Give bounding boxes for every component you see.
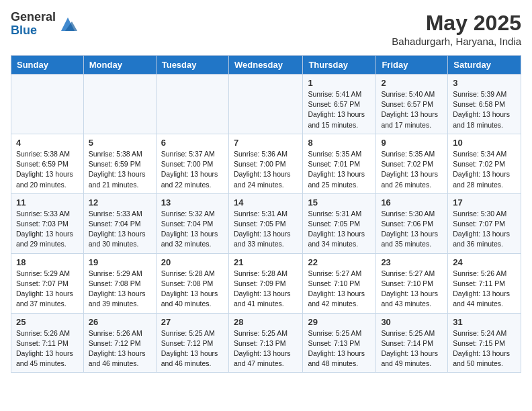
day-detail: Sunrise: 5:32 AM Sunset: 7:04 PM Dayligh…: [161, 209, 224, 250]
day-detail: Sunrise: 5:36 AM Sunset: 7:00 PM Dayligh…: [234, 149, 298, 190]
week-row-1: 1Sunrise: 5:41 AM Sunset: 6:57 PM Daylig…: [11, 75, 521, 134]
day-cell: 1Sunrise: 5:41 AM Sunset: 6:57 PM Daylig…: [303, 75, 376, 134]
day-detail: Sunrise: 5:26 AM Sunset: 7:11 PM Dayligh…: [453, 269, 516, 310]
day-number: 30: [381, 317, 443, 327]
day-detail: Sunrise: 5:40 AM Sunset: 6:57 PM Dayligh…: [381, 89, 443, 130]
week-row-4: 18Sunrise: 5:29 AM Sunset: 7:07 PM Dayli…: [11, 253, 521, 313]
day-cell: 26Sunrise: 5:26 AM Sunset: 7:12 PM Dayli…: [83, 313, 156, 373]
day-cell: 24Sunrise: 5:26 AM Sunset: 7:11 PM Dayli…: [448, 253, 521, 313]
column-header-thursday: Thursday: [303, 56, 376, 75]
page-header: General Blue May 2025 Bahadurgarh, Harya…: [11, 11, 521, 47]
day-number: 1: [308, 78, 371, 88]
day-cell: 22Sunrise: 5:27 AM Sunset: 7:10 PM Dayli…: [303, 253, 376, 313]
day-number: 7: [234, 138, 298, 148]
day-cell: 27Sunrise: 5:25 AM Sunset: 7:12 PM Dayli…: [156, 313, 228, 373]
day-detail: Sunrise: 5:25 AM Sunset: 7:13 PM Dayligh…: [308, 328, 371, 369]
title-block: May 2025 Bahadurgarh, Haryana, India: [392, 11, 521, 47]
day-cell: [228, 75, 302, 134]
day-cell: 10Sunrise: 5:34 AM Sunset: 7:02 PM Dayli…: [448, 134, 521, 193]
day-number: 13: [161, 197, 224, 208]
day-cell: 29Sunrise: 5:25 AM Sunset: 7:13 PM Dayli…: [303, 313, 376, 373]
column-header-sunday: Sunday: [11, 56, 84, 75]
day-cell: 3Sunrise: 5:39 AM Sunset: 6:58 PM Daylig…: [448, 75, 521, 134]
day-cell: 18Sunrise: 5:29 AM Sunset: 7:07 PM Dayli…: [11, 253, 84, 313]
day-cell: 11Sunrise: 5:33 AM Sunset: 7:03 PM Dayli…: [11, 193, 84, 253]
day-cell: [11, 75, 84, 134]
logo: General Blue: [11, 11, 77, 38]
column-header-monday: Monday: [83, 56, 156, 75]
day-detail: Sunrise: 5:28 AM Sunset: 7:09 PM Dayligh…: [234, 269, 298, 310]
day-cell: 25Sunrise: 5:26 AM Sunset: 7:11 PM Dayli…: [11, 313, 84, 373]
day-number: 5: [89, 138, 151, 148]
day-detail: Sunrise: 5:30 AM Sunset: 7:07 PM Dayligh…: [453, 209, 516, 250]
day-cell: 9Sunrise: 5:35 AM Sunset: 7:02 PM Daylig…: [376, 134, 448, 193]
day-detail: Sunrise: 5:35 AM Sunset: 7:01 PM Dayligh…: [308, 149, 371, 190]
day-number: 14: [234, 197, 298, 208]
day-number: 4: [16, 138, 79, 148]
day-detail: Sunrise: 5:30 AM Sunset: 7:06 PM Dayligh…: [381, 209, 443, 250]
logo-icon: [58, 15, 77, 34]
day-header-row: SundayMondayTuesdayWednesdayThursdayFrid…: [11, 56, 521, 75]
day-number: 20: [161, 257, 224, 267]
day-detail: Sunrise: 5:33 AM Sunset: 7:04 PM Dayligh…: [89, 209, 151, 250]
day-number: 29: [308, 317, 371, 327]
day-detail: Sunrise: 5:25 AM Sunset: 7:14 PM Dayligh…: [381, 328, 443, 369]
day-cell: 28Sunrise: 5:25 AM Sunset: 7:13 PM Dayli…: [228, 313, 302, 373]
day-number: 21: [234, 257, 298, 267]
day-number: 26: [89, 317, 151, 327]
day-detail: Sunrise: 5:25 AM Sunset: 7:12 PM Dayligh…: [161, 328, 224, 369]
day-detail: Sunrise: 5:33 AM Sunset: 7:03 PM Dayligh…: [16, 209, 79, 250]
day-cell: 16Sunrise: 5:30 AM Sunset: 7:06 PM Dayli…: [376, 193, 448, 253]
day-number: 15: [308, 197, 371, 208]
day-cell: [156, 75, 228, 134]
week-row-5: 25Sunrise: 5:26 AM Sunset: 7:11 PM Dayli…: [11, 313, 521, 373]
day-number: 25: [16, 317, 79, 327]
day-detail: Sunrise: 5:38 AM Sunset: 6:59 PM Dayligh…: [89, 149, 151, 190]
day-number: 9: [381, 138, 443, 148]
day-detail: Sunrise: 5:34 AM Sunset: 7:02 PM Dayligh…: [453, 149, 516, 190]
day-detail: Sunrise: 5:35 AM Sunset: 7:02 PM Dayligh…: [381, 149, 443, 190]
day-detail: Sunrise: 5:25 AM Sunset: 7:13 PM Dayligh…: [234, 328, 298, 369]
day-cell: 17Sunrise: 5:30 AM Sunset: 7:07 PM Dayli…: [448, 193, 521, 253]
day-number: 31: [453, 317, 516, 327]
day-number: 23: [381, 257, 443, 267]
day-number: 27: [161, 317, 224, 327]
day-detail: Sunrise: 5:27 AM Sunset: 7:10 PM Dayligh…: [308, 269, 371, 310]
day-cell: 6Sunrise: 5:37 AM Sunset: 7:00 PM Daylig…: [156, 134, 228, 193]
day-detail: Sunrise: 5:26 AM Sunset: 7:12 PM Dayligh…: [89, 328, 151, 369]
day-cell: 15Sunrise: 5:31 AM Sunset: 7:05 PM Dayli…: [303, 193, 376, 253]
day-number: 12: [89, 197, 151, 208]
day-detail: Sunrise: 5:29 AM Sunset: 7:08 PM Dayligh…: [89, 269, 151, 310]
day-detail: Sunrise: 5:39 AM Sunset: 6:58 PM Dayligh…: [453, 89, 516, 130]
day-cell: 20Sunrise: 5:28 AM Sunset: 7:08 PM Dayli…: [156, 253, 228, 313]
day-cell: 21Sunrise: 5:28 AM Sunset: 7:09 PM Dayli…: [228, 253, 302, 313]
calendar-table: SundayMondayTuesdayWednesdayThursdayFrid…: [11, 55, 521, 373]
day-number: 17: [453, 197, 516, 208]
logo-general-text: General: [11, 11, 56, 24]
column-header-wednesday: Wednesday: [228, 56, 302, 75]
day-detail: Sunrise: 5:29 AM Sunset: 7:07 PM Dayligh…: [16, 269, 79, 310]
week-row-2: 4Sunrise: 5:38 AM Sunset: 6:59 PM Daylig…: [11, 134, 521, 193]
day-cell: 14Sunrise: 5:31 AM Sunset: 7:05 PM Dayli…: [228, 193, 302, 253]
day-number: 6: [161, 138, 224, 148]
day-number: 16: [381, 197, 443, 208]
day-detail: Sunrise: 5:28 AM Sunset: 7:08 PM Dayligh…: [161, 269, 224, 310]
day-cell: [83, 75, 156, 134]
day-cell: 2Sunrise: 5:40 AM Sunset: 6:57 PM Daylig…: [376, 75, 448, 134]
logo-blue-text: Blue: [11, 24, 56, 38]
day-cell: 13Sunrise: 5:32 AM Sunset: 7:04 PM Dayli…: [156, 193, 228, 253]
day-cell: 19Sunrise: 5:29 AM Sunset: 7:08 PM Dayli…: [83, 253, 156, 313]
day-number: 24: [453, 257, 516, 267]
day-cell: 12Sunrise: 5:33 AM Sunset: 7:04 PM Dayli…: [83, 193, 156, 253]
day-cell: 7Sunrise: 5:36 AM Sunset: 7:00 PM Daylig…: [228, 134, 302, 193]
column-header-tuesday: Tuesday: [156, 56, 228, 75]
day-cell: 5Sunrise: 5:38 AM Sunset: 6:59 PM Daylig…: [83, 134, 156, 193]
day-cell: 23Sunrise: 5:27 AM Sunset: 7:10 PM Dayli…: [376, 253, 448, 313]
day-cell: 30Sunrise: 5:25 AM Sunset: 7:14 PM Dayli…: [376, 313, 448, 373]
day-detail: Sunrise: 5:31 AM Sunset: 7:05 PM Dayligh…: [234, 209, 298, 250]
day-number: 18: [16, 257, 79, 267]
day-cell: 8Sunrise: 5:35 AM Sunset: 7:01 PM Daylig…: [303, 134, 376, 193]
day-number: 22: [308, 257, 371, 267]
column-header-friday: Friday: [376, 56, 448, 75]
day-detail: Sunrise: 5:31 AM Sunset: 7:05 PM Dayligh…: [308, 209, 371, 250]
